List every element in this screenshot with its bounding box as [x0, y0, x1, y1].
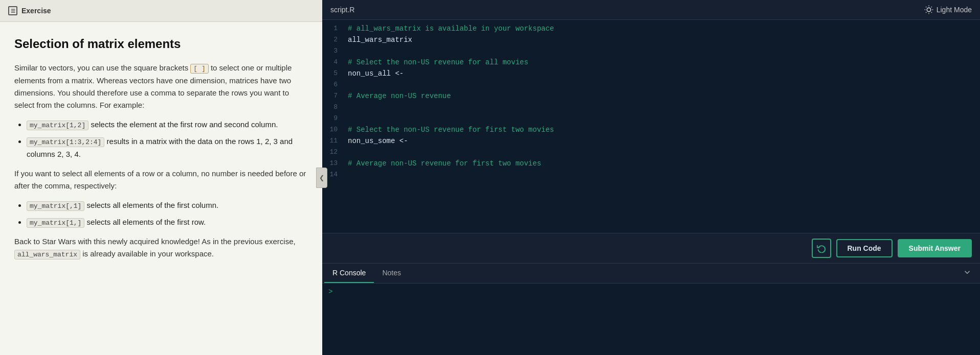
line-num-13: 13 — [322, 159, 348, 167]
exercise-content: Selection of matrix elements Similar to … — [0, 22, 322, 355]
line-code-1: # all_wars_matrix is available in your w… — [348, 25, 980, 33]
p3-text: Back to Star Wars with this newly acquir… — [14, 235, 308, 261]
line-code-7: # Average non-US revenue — [348, 92, 980, 100]
filename-label: script.R — [330, 6, 354, 14]
code-line-12: 12 — [322, 148, 980, 159]
line-num-7: 7 — [322, 92, 348, 100]
p3-code: all_wars_matrix — [14, 250, 80, 259]
list-item: my_matrix[1,] selects all elements of th… — [27, 216, 308, 229]
line-num-6: 6 — [322, 81, 348, 88]
console-body[interactable]: > — [322, 283, 980, 355]
exercise-header: ☰ Exercise — [0, 0, 322, 22]
code-line-7: 7 # Average non-US revenue — [322, 91, 980, 103]
line-num-8: 8 — [322, 103, 348, 111]
svg-point-0 — [927, 8, 931, 12]
code-line-6: 6 — [322, 80, 980, 91]
code-snippet-1: my_matrix[1,2] — [27, 121, 88, 130]
list-item: my_matrix[,1] selects all elements of th… — [27, 199, 308, 212]
bracket-code: [ ] — [190, 64, 208, 74]
code-line-13: 13 # Average non-US revenue for first tw… — [322, 159, 980, 170]
code-line-3: 3 — [322, 46, 980, 58]
code-line-11: 11 non_us_some <- — [322, 136, 980, 148]
action-bar: Run Code Submit Answer — [322, 233, 980, 263]
line-code-13: # Average non-US revenue for first two m… — [348, 159, 980, 168]
svg-line-3 — [926, 7, 926, 7]
code-snippet-2: my_matrix[1:3,2:4] — [27, 137, 104, 147]
sun-icon — [924, 5, 933, 14]
code-line-8: 8 — [322, 103, 980, 114]
submit-answer-button[interactable]: Submit Answer — [898, 239, 972, 257]
line-num-9: 9 — [322, 114, 348, 122]
light-mode-button[interactable]: Light Mode — [924, 5, 972, 14]
exercise-panel: ☰ Exercise Selection of matrix elements … — [0, 0, 322, 355]
code-line-9: 9 — [322, 114, 980, 125]
console-collapse-button[interactable] — [956, 264, 978, 283]
p2-text: If you want to select all elements of a … — [14, 168, 308, 192]
intro-text: Similar to vectors, you can use the squa… — [14, 63, 188, 72]
line-num-1: 1 — [322, 25, 348, 32]
line-num-11: 11 — [322, 137, 348, 145]
run-code-button[interactable]: Run Code — [836, 239, 893, 257]
editor-panel: script.R Light Mode 1 — [322, 0, 980, 355]
code-line-14: 14 — [322, 170, 980, 181]
code-line-10: 10 # Select the non-US revenue for first… — [322, 125, 980, 136]
code-line-4: 4 # Select the non-US revenue for all mo… — [322, 58, 980, 69]
code-line-5: 5 non_us_all <- — [322, 69, 980, 80]
line-num-5: 5 — [322, 69, 348, 77]
svg-line-7 — [926, 12, 926, 13]
intro-paragraph: Similar to vectors, you can use the squa… — [14, 62, 308, 111]
line-num-4: 4 — [322, 58, 348, 66]
p3-start: Back to Star Wars with this newly acquir… — [14, 237, 296, 246]
bullet-text-1: selects the element at the first row and… — [91, 120, 278, 129]
code-line-1: 1 # all_wars_matrix is available in your… — [322, 24, 980, 35]
line-num-10: 10 — [322, 126, 348, 133]
editor-header: script.R Light Mode — [322, 0, 980, 20]
bullet-list-2: my_matrix[,1] selects all elements of th… — [14, 199, 308, 229]
console-panel: R Console Notes > — [322, 263, 980, 355]
line-code-5: non_us_all <- — [348, 69, 980, 78]
console-tabs: R Console Notes — [322, 264, 980, 283]
chevron-down-icon — [963, 268, 972, 277]
line-num-12: 12 — [322, 148, 348, 156]
light-mode-label: Light Mode — [937, 6, 972, 14]
code-editor[interactable]: 1 # all_wars_matrix is available in your… — [322, 20, 980, 233]
tab-r-console[interactable]: R Console — [324, 264, 374, 283]
line-num-2: 2 — [322, 36, 348, 43]
reset-icon — [817, 244, 826, 253]
code-line-2: 2 all_wars_matrix — [322, 35, 980, 46]
bullet-text-4: selects all elements of the first row. — [87, 218, 206, 226]
exercise-title: Selection of matrix elements — [14, 34, 308, 54]
line-code-4: # Select the non-US revenue for all movi… — [348, 58, 980, 66]
bullet-text-3: selects all elements of the first column… — [87, 201, 219, 209]
bullet-list-1: my_matrix[1,2] selects the element at th… — [14, 119, 308, 160]
list-item: my_matrix[1:3,2:4] results in a matrix w… — [27, 135, 308, 160]
tab-notes[interactable]: Notes — [374, 264, 409, 283]
exercise-icon: ☰ — [8, 6, 17, 15]
console-prompt: > — [328, 288, 332, 296]
svg-line-8 — [931, 7, 931, 7]
line-num-3: 3 — [322, 47, 348, 55]
list-item: my_matrix[1,2] selects the element at th… — [27, 119, 308, 131]
code-snippet-3: my_matrix[,1] — [27, 201, 84, 211]
exercise-label: Exercise — [21, 7, 51, 15]
reset-button[interactable] — [812, 239, 831, 258]
line-code-2: all_wars_matrix — [348, 36, 980, 44]
p3-end: is already available in your workspace. — [82, 249, 214, 258]
line-code-11: non_us_some <- — [348, 137, 980, 145]
code-snippet-4: my_matrix[1,] — [27, 218, 84, 228]
svg-line-4 — [931, 12, 931, 13]
line-code-10: # Select the non-US revenue for first tw… — [348, 126, 980, 134]
collapse-button[interactable]: ❮ — [316, 168, 327, 188]
